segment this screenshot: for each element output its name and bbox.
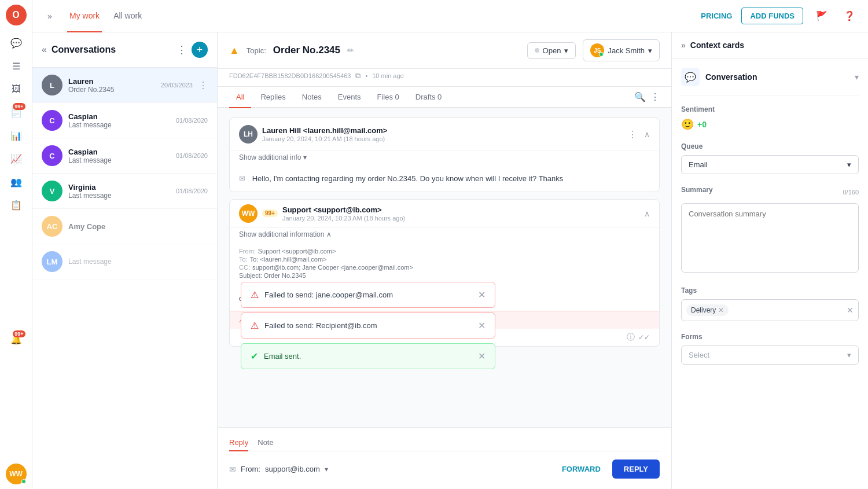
show-additional-info[interactable]: Show additional info ▾ bbox=[230, 151, 659, 166]
sender-name: Lauren Hill <lauren.hill@mail.com> bbox=[262, 126, 387, 135]
message-time: January 20, 2024, 10:21 AM (18 hours ago… bbox=[262, 135, 387, 142]
sidebar-item-reports[interactable]: 📋 bbox=[6, 194, 27, 215]
notifications-count-badge: 99+ bbox=[13, 330, 25, 337]
conversation-section-title: Conversation bbox=[705, 72, 757, 82]
support-header: WW 99+ Support <support@ib.com> January … bbox=[230, 200, 659, 228]
conversation-item[interactable]: LM Last message bbox=[32, 244, 217, 280]
conversations-title: Conversations bbox=[52, 45, 172, 55]
toast-close-button[interactable]: ✕ bbox=[478, 289, 486, 300]
toast-close-button[interactable]: ✕ bbox=[478, 320, 486, 331]
support-show-info[interactable]: Show additional information ∧ bbox=[230, 228, 659, 243]
conv-avatar: V bbox=[42, 181, 62, 201]
forms-label: Forms bbox=[681, 333, 859, 341]
message-more-icon[interactable]: ⋮ bbox=[628, 129, 637, 140]
search-icon[interactable]: 🔍 bbox=[634, 91, 646, 102]
online-status-dot bbox=[21, 479, 26, 484]
support-time: January 20, 2024, 10:23 AM (18 hours ago… bbox=[282, 215, 637, 222]
conversation-section-header[interactable]: 💬 Conversation ▾ bbox=[681, 68, 859, 86]
status-dot bbox=[535, 48, 539, 53]
user-avatar[interactable]: WW bbox=[6, 464, 27, 484]
sidebar-item-chart[interactable]: 📊 bbox=[6, 125, 27, 146]
queue-select[interactable]: Email ▾ bbox=[681, 155, 859, 174]
conversation-item[interactable]: AC Amy Cope bbox=[32, 209, 217, 244]
tags-input[interactable]: Delivery ✕ ✕ bbox=[681, 299, 859, 321]
conv-more-button[interactable]: ⋮ bbox=[198, 80, 208, 91]
forms-select[interactable]: Select ▾ bbox=[681, 345, 859, 365]
conv-avatar: C bbox=[42, 145, 62, 166]
conv-info: Virginia Last message bbox=[68, 183, 170, 200]
mail-icon: ✉ bbox=[229, 465, 236, 474]
messages-area: LH Lauren Hill <lauren.hill@mail.com> Ja… bbox=[218, 108, 671, 427]
conv-meta: 20/03/2023 bbox=[161, 82, 193, 89]
forward-button[interactable]: FORWARD bbox=[555, 460, 608, 478]
conversation-item[interactable]: L Lauren Order No.2345 20/03/2023 ⋮ bbox=[32, 68, 217, 103]
conversation-panel: « Conversations ⋮ + L Lauren Order No.23… bbox=[32, 32, 218, 489]
sidebar-item-image[interactable]: 🖼 bbox=[6, 79, 27, 100]
summary-char-count: 0/160 bbox=[843, 189, 859, 196]
info-icon[interactable]: ⓘ bbox=[627, 332, 635, 343]
tab-all[interactable]: All bbox=[229, 87, 251, 108]
notifications-badge: 99+ bbox=[13, 103, 25, 110]
tab-replies[interactable]: Replies bbox=[253, 87, 292, 108]
pricing-link[interactable]: PRICING bbox=[701, 12, 732, 20]
reply-button[interactable]: REPLY bbox=[612, 459, 660, 479]
reply-tabs: Reply Note bbox=[229, 435, 660, 451]
reply-tab-note[interactable]: Note bbox=[258, 435, 273, 451]
sentiment-value: +0 bbox=[697, 120, 707, 129]
agent-avatar: JS bbox=[590, 43, 604, 57]
summary-textarea[interactable] bbox=[681, 203, 859, 273]
tab-all-work[interactable]: All work bbox=[111, 0, 144, 32]
tab-events[interactable]: Events bbox=[331, 87, 368, 108]
tab-my-work[interactable]: My work bbox=[67, 0, 102, 32]
toast-container: ⚠ Failed to send: jane.cooper@mail.com ✕… bbox=[241, 282, 495, 369]
notifications-button[interactable]: 🚩 bbox=[812, 7, 831, 25]
tags-clear-all-icon[interactable]: ✕ bbox=[847, 306, 854, 315]
check-icon: ✓✓ bbox=[638, 333, 650, 341]
expand-button[interactable]: » bbox=[42, 8, 58, 24]
sidebar-item-inbox[interactable]: ☰ bbox=[6, 56, 27, 76]
support-collapse-icon[interactable]: ∧ bbox=[644, 209, 650, 218]
toast-message: Failed to send: jane.cooper@mail.com bbox=[264, 291, 472, 299]
from-chevron-icon[interactable]: ▾ bbox=[325, 465, 328, 473]
conversation-item[interactable]: C Caspian Last message 01/08/2020 bbox=[32, 138, 217, 174]
app-logo[interactable]: O bbox=[6, 5, 27, 25]
context-expand-icon[interactable]: » bbox=[681, 41, 686, 50]
conversation-section-chevron-icon[interactable]: ▾ bbox=[855, 72, 859, 82]
add-funds-button[interactable]: ADD FUNDS bbox=[741, 8, 803, 24]
conversation-item[interactable]: C Caspian Last message 01/08/2020 bbox=[32, 103, 217, 138]
toast-close-button[interactable]: ✕ bbox=[478, 351, 486, 362]
status-button[interactable]: Open ▾ bbox=[527, 42, 576, 59]
queue-section: Queue Email ▾ bbox=[681, 142, 859, 174]
more-options-icon[interactable]: ⋮ bbox=[650, 91, 660, 102]
sidebar-item-people[interactable]: 👥 bbox=[6, 171, 27, 192]
back-button[interactable]: « bbox=[42, 45, 47, 55]
edit-icon[interactable]: ✏ bbox=[347, 46, 354, 55]
conversation-list: L Lauren Order No.2345 20/03/2023 ⋮ C Ca… bbox=[32, 68, 217, 489]
sidebar-item-chat[interactable]: 💬 bbox=[6, 32, 27, 53]
conversation-section: 💬 Conversation ▾ bbox=[681, 68, 859, 96]
message-header: LH Lauren Hill <lauren.hill@mail.com> Ja… bbox=[230, 118, 659, 151]
add-conversation-button[interactable]: + bbox=[192, 42, 208, 58]
conversation-item[interactable]: V Virginia Last message 01/08/2020 bbox=[32, 174, 217, 209]
sidebar-item-conversations[interactable]: 📄 99+ bbox=[6, 102, 27, 123]
tab-files[interactable]: Files 0 bbox=[370, 87, 406, 108]
sidebar-item-analytics[interactable]: 📈 bbox=[6, 148, 27, 169]
tags-section: Tags Delivery ✕ ✕ bbox=[681, 286, 859, 321]
tab-drafts[interactable]: Drafts 0 bbox=[409, 87, 449, 108]
agent-button[interactable]: JS Jack Smith ▾ bbox=[583, 39, 660, 61]
more-options-button[interactable]: ⋮ bbox=[176, 43, 187, 56]
tag-remove-button[interactable]: ✕ bbox=[718, 306, 724, 314]
sidebar-item-notifications[interactable]: 🔔 99+ bbox=[6, 329, 27, 350]
conv-sub: Order No.2345 bbox=[68, 86, 155, 94]
agent-online-dot bbox=[599, 52, 604, 57]
conv-avatar: L bbox=[42, 75, 62, 95]
reply-tab-reply[interactable]: Reply bbox=[229, 435, 248, 451]
sender-info: Lauren Hill <lauren.hill@mail.com> Janua… bbox=[262, 126, 387, 142]
copy-id-icon[interactable]: ⧉ bbox=[355, 71, 361, 80]
conv-avatar: LM bbox=[42, 251, 62, 272]
conversation-id: FDD62E4F7BBB1582DB0D166200545463 bbox=[229, 72, 351, 79]
conversation-tabs: All Replies Notes Events Files 0 Drafts … bbox=[218, 87, 671, 108]
tab-notes[interactable]: Notes bbox=[295, 87, 329, 108]
message-collapse-icon[interactable]: ∧ bbox=[644, 130, 650, 139]
help-button[interactable]: ❓ bbox=[840, 7, 859, 25]
